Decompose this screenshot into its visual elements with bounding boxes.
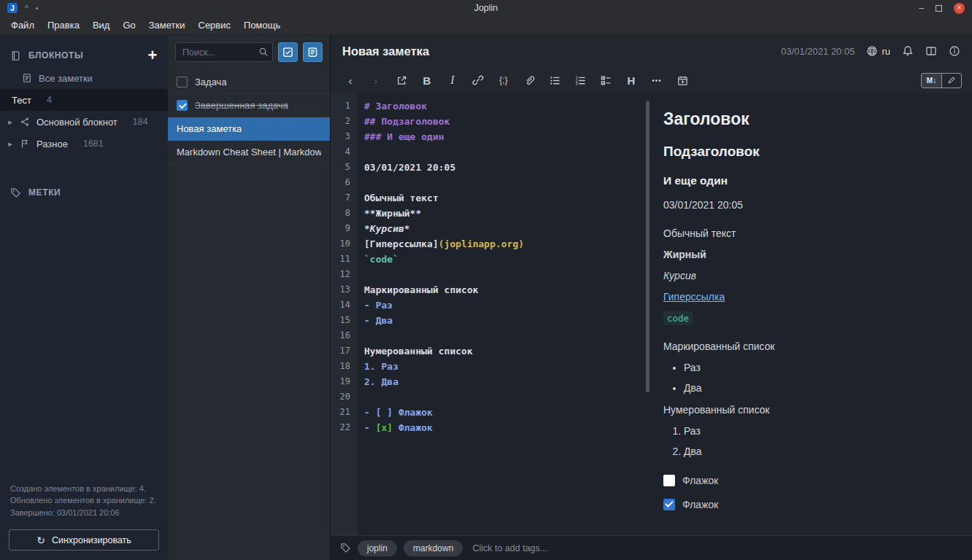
richtext-mode-button[interactable] (941, 74, 961, 88)
bold-button[interactable]: B (417, 71, 436, 90)
set-alarm-button[interactable] (902, 45, 914, 57)
globe-icon (866, 45, 878, 57)
preview-bulleted-list: РазДва (684, 362, 957, 394)
sync-status-line: Создано элементов в хранилище: 4. (10, 483, 161, 494)
spellcheck-language-button[interactable]: ru (866, 45, 890, 57)
menu-item[interactable]: Заметки (142, 16, 192, 35)
editor-header: Новая заметка 03/01/2021 20:05 ru (331, 35, 972, 67)
menubar: ФайлПравкаВидGoЗаметкиСервисПомощь (0, 16, 972, 35)
preview-plain-text: Обычный текст (663, 228, 957, 239)
menu-item[interactable]: Помощь (237, 16, 287, 35)
preview-todo-row: Флажок (663, 475, 957, 486)
new-notebook-button[interactable]: + (148, 47, 158, 63)
preview-hyperlink[interactable]: Гиперссылка (663, 291, 725, 303)
all-notes-icon (22, 73, 32, 83)
tag-pill[interactable]: joplin (358, 540, 397, 556)
note-title-input[interactable]: Новая заметка (342, 44, 769, 58)
numbered-list-icon: 123 (575, 75, 586, 86)
paperclip-icon (524, 75, 535, 86)
markdown-editor[interactable]: 1# Заголовок2## Подзаголовок3### И еще о… (331, 93, 643, 535)
toggle-todos-button[interactable] (278, 42, 298, 62)
synchronise-button[interactable]: ↻ Синхронизировать (9, 529, 159, 551)
insert-date-button[interactable] (673, 71, 692, 90)
sidebar-item-notebook[interactable]: ▸ Разное 1681 (0, 133, 168, 155)
menu-item[interactable]: Правка (41, 16, 86, 35)
notebook-label: Основной блокнот (36, 117, 117, 128)
note-properties-button[interactable] (949, 45, 960, 57)
calendar-plus-icon (677, 75, 688, 86)
menu-item[interactable]: Вид (86, 16, 117, 35)
preview-ul-title: Маркированный список (663, 341, 957, 352)
preview-h2: Подзаголовок (663, 144, 957, 160)
note-list-item[interactable]: Новая заметка (168, 117, 330, 141)
preview-list-item: Два (684, 382, 957, 394)
menu-item[interactable]: Сервис (192, 16, 238, 35)
attach-file-button[interactable] (520, 71, 539, 90)
tag-pill[interactable]: markdown (404, 540, 463, 556)
notebook-count: 184 (133, 117, 148, 127)
editor-mode-toggle: M↓ (921, 73, 962, 88)
external-edit-button[interactable] (392, 71, 411, 90)
hyperlink-button[interactable] (468, 71, 487, 90)
preview-checkbox-unchecked[interactable] (663, 475, 675, 486)
todo-checkbox[interactable] (177, 77, 188, 88)
italic-button[interactable]: I (443, 71, 462, 90)
window-title: Joplin (0, 3, 972, 13)
sidebar-item-notebook[interactable]: Тест 4 (0, 89, 168, 111)
notebook-item-icon (20, 139, 31, 149)
numbered-list-button[interactable]: 123 (571, 71, 590, 90)
preview-list-item: Раз (684, 425, 957, 437)
more-options-button[interactable]: ••• (647, 71, 666, 90)
note-title: Задача (195, 77, 227, 88)
notebook-label: Разное (36, 139, 68, 149)
forward-button[interactable]: › (366, 71, 385, 90)
preview-list-item: Раз (684, 362, 957, 373)
sync-status-line: Завершено: 03/01/2021 20:06 (10, 508, 161, 518)
minimize-button[interactable]: – (919, 4, 924, 12)
toggle-layout-button[interactable] (925, 45, 937, 57)
inline-code-button[interactable]: {;} (494, 71, 513, 90)
menu-item[interactable]: Go (116, 16, 142, 35)
note-title: Markdown Cheat Sheet | Markdown Gu (177, 147, 321, 158)
close-button[interactable]: × (954, 3, 965, 14)
preview-numbered-list: РазДва (684, 425, 957, 457)
expander-icon[interactable]: ▸ (6, 139, 15, 149)
editor-toolbar: ‹ › B I {;} (331, 67, 972, 93)
sidebar-item-all-notes[interactable]: Все заметки (0, 67, 168, 89)
note-list: Задача Завершенная задача Новая заметка … (168, 71, 330, 164)
notebooks-header-label: БЛОКНОТЫ (28, 50, 83, 61)
note-page-icon (307, 47, 318, 58)
markdown-mode-button[interactable]: M↓ (922, 74, 941, 88)
search-icon (258, 47, 269, 57)
note-list-item[interactable]: Задача (168, 71, 330, 94)
maximize-button[interactable] (936, 5, 942, 12)
note-list-item[interactable]: Markdown Cheat Sheet | Markdown Gu (168, 141, 330, 164)
notebook-icon (10, 50, 21, 61)
add-tags-button[interactable]: Click to add tags... (472, 543, 547, 553)
sync-status: Создано элементов в хранилище: 4.Обновле… (10, 483, 161, 519)
expander-icon[interactable]: ▸ (6, 117, 15, 127)
synchronise-label: Синхронизировать (52, 535, 131, 545)
heading-button[interactable]: H (622, 71, 641, 90)
preview-italic-text: Курсив (663, 270, 957, 281)
notebook-count: 1681 (83, 139, 104, 149)
bulleted-list-button[interactable] (545, 71, 564, 90)
toggle-notes-button[interactable] (303, 42, 323, 62)
info-icon (949, 45, 960, 57)
scrollbar-thumb[interactable] (646, 101, 649, 392)
back-button[interactable]: ‹ (341, 71, 360, 90)
markdown-preview: Заголовок Подзаголовок И еще один 03/01/… (653, 93, 972, 535)
note-list-panel: Задача Завершенная задача Новая заметка … (168, 35, 331, 560)
editor-scrollbar (643, 93, 653, 535)
preview-checkbox-checked[interactable] (663, 499, 675, 510)
todo-checkbox[interactable] (177, 100, 188, 111)
tag-icon (340, 542, 351, 553)
note-list-item[interactable]: Завершенная задача (168, 94, 330, 117)
checkbox-list-button[interactable] (596, 71, 615, 90)
preview-bold-text: Жирный (663, 249, 957, 260)
checkbox-list-icon (601, 75, 612, 86)
menu-item[interactable]: Файл (4, 16, 41, 35)
pencil-icon (947, 76, 956, 85)
notebook-list: Тест 4 ▸ Основной блокнот (0, 89, 168, 155)
sidebar-item-notebook[interactable]: ▸ Основной блокнот 184 (0, 111, 168, 133)
